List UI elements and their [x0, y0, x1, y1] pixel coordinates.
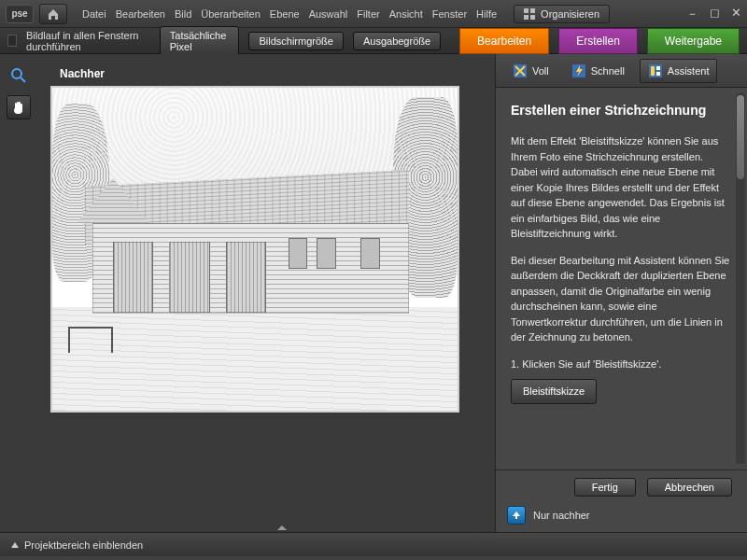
- svg-rect-10: [656, 66, 660, 70]
- status-bar: Projektbereich einblenden: [0, 532, 747, 556]
- scroll-all-label: Bildlauf in allen Fenstern durchführen: [26, 30, 150, 52]
- right-panel: Voll Schnell Assistent Erstellen einer S…: [495, 54, 747, 532]
- app-logo: pse: [6, 5, 34, 23]
- svg-line-5: [21, 77, 25, 82]
- window-controls: － ◻ ✕: [686, 6, 741, 22]
- view-after-only-button[interactable]: [507, 506, 526, 525]
- menu-ansicht[interactable]: Ansicht: [389, 8, 423, 20]
- svg-rect-2: [524, 15, 529, 20]
- home-button[interactable]: [39, 4, 67, 24]
- panel-divider-handle[interactable]: [254, 525, 310, 530]
- magnifier-icon: [10, 67, 27, 84]
- grid-icon: [524, 8, 535, 20]
- minimize-button[interactable]: －: [686, 6, 698, 22]
- zoom-tool[interactable]: [7, 63, 31, 88]
- guided-panel-body: Erstellen einer Strichzeichnung Mit dem …: [496, 88, 747, 469]
- tool-column: [0, 54, 37, 532]
- menu-auswahl[interactable]: Auswahl: [309, 8, 348, 20]
- done-button[interactable]: Fertig: [574, 478, 636, 497]
- svg-rect-9: [651, 66, 655, 76]
- subtab-quick[interactable]: Schnell: [564, 60, 632, 82]
- menu-ueberarbeiten[interactable]: Überarbeiten: [201, 8, 261, 20]
- cancel-button[interactable]: Abbrechen: [647, 478, 732, 497]
- expand-triangle-icon[interactable]: [11, 542, 19, 548]
- mode-tab-create[interactable]: Erstellen: [558, 28, 638, 54]
- hand-icon: [11, 100, 26, 115]
- view-after-only-label: Nur nachher: [533, 510, 590, 521]
- expand-project-bin-label[interactable]: Projektbereich einblenden: [24, 539, 143, 551]
- quick-icon: [571, 63, 586, 78]
- mode-tab-share[interactable]: Weitergabe: [647, 28, 740, 54]
- full-icon: [513, 63, 528, 78]
- panel-title: Erstellen einer Strichzeichnung: [511, 101, 732, 120]
- menu-bild[interactable]: Bild: [175, 8, 191, 20]
- hand-tool[interactable]: [7, 95, 31, 119]
- menu-datei[interactable]: Datei: [82, 8, 106, 20]
- canvas-pane: Nachher: [37, 54, 495, 532]
- fit-screen-button[interactable]: Bildschirmgröße: [248, 32, 343, 50]
- svg-rect-11: [656, 72, 660, 76]
- subtab-guided[interactable]: Assistent: [640, 59, 718, 83]
- actual-pixels-button[interactable]: Tatsächliche Pixel: [160, 26, 240, 56]
- menu-ebene[interactable]: Ebene: [270, 8, 300, 20]
- menu-filter[interactable]: Filter: [357, 8, 379, 20]
- mode-tab-edit[interactable]: Bearbeiten: [459, 28, 549, 54]
- panel-footer: Fertig Abbrechen Nur nachher: [496, 469, 747, 532]
- panel-step-1: 1. Klicken Sie auf 'Bleistiftskizze'.: [511, 357, 732, 372]
- subtab-quick-label: Schnell: [591, 65, 625, 77]
- subtab-full[interactable]: Voll: [505, 60, 557, 82]
- panel-scrollbar[interactable]: [736, 93, 745, 464]
- edit-mode-subtabs: Voll Schnell Assistent: [496, 54, 747, 88]
- options-bar: Bildlauf in allen Fenstern durchführen T…: [0, 28, 747, 54]
- menu-hilfe[interactable]: Hilfe: [476, 8, 497, 20]
- pencil-sketch-button[interactable]: Bleistiftskizze: [511, 379, 597, 404]
- guided-icon: [648, 63, 663, 78]
- main-menu: Datei Bearbeiten Bild Überarbeiten Ebene…: [82, 8, 497, 20]
- titlebar: pse Datei Bearbeiten Bild Überarbeiten E…: [0, 0, 747, 28]
- svg-rect-1: [530, 8, 535, 13]
- svg-rect-0: [524, 8, 529, 13]
- close-button[interactable]: ✕: [731, 6, 741, 22]
- subtab-guided-label: Assistent: [668, 65, 710, 77]
- canvas-image[interactable]: [50, 86, 459, 413]
- scroll-all-checkbox[interactable]: [7, 35, 17, 47]
- panel-paragraph-1: Mit dem Effekt 'Bleistiftskizze' können …: [511, 133, 732, 242]
- print-size-button[interactable]: Ausgabegröße: [353, 32, 441, 50]
- svg-point-4: [12, 69, 21, 78]
- organize-label: Organisieren: [541, 8, 599, 20]
- maximize-button[interactable]: ◻: [710, 6, 720, 22]
- main-area: Nachher: [0, 54, 747, 532]
- sketch-preview: [52, 88, 458, 411]
- panel-paragraph-2: Bei dieser Bearbeitung mit Assistent kön…: [511, 253, 732, 345]
- arrow-up-icon: [512, 511, 521, 520]
- subtab-full-label: Voll: [532, 65, 549, 77]
- svg-rect-3: [530, 15, 535, 20]
- after-label: Nachher: [60, 67, 482, 80]
- menu-bearbeiten[interactable]: Bearbeiten: [116, 8, 165, 20]
- organize-button[interactable]: Organisieren: [514, 5, 610, 23]
- menu-fenster[interactable]: Fenster: [432, 8, 467, 20]
- panel-scrollbar-thumb[interactable]: [737, 95, 744, 179]
